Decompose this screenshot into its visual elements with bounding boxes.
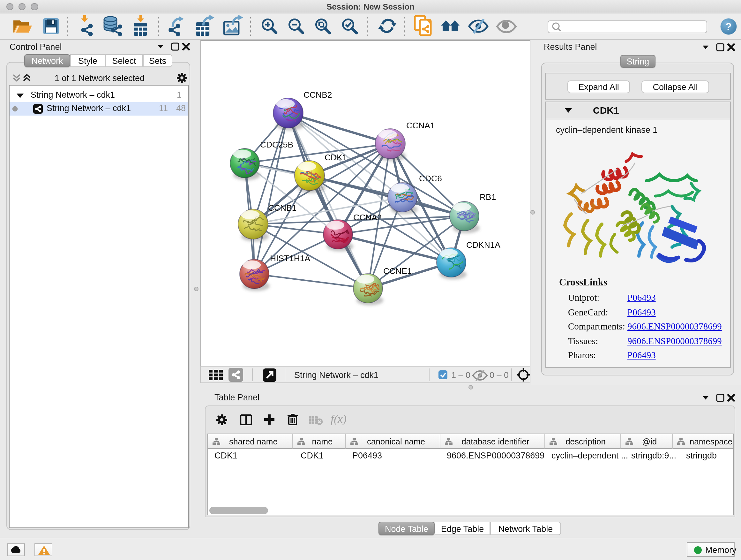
svg-text:CCNA1: CCNA1: [406, 121, 434, 130]
svg-text:CDC6: CDC6: [419, 174, 442, 183]
svg-text:CCNB1: CCNB1: [268, 203, 296, 212]
svg-text:?: ?: [725, 20, 732, 33]
svg-text:RB1: RB1: [480, 192, 496, 202]
svg-text:CDC25B: CDC25B: [260, 140, 293, 149]
svg-text:HIST1H1A: HIST1H1A: [270, 253, 311, 263]
svg-text:CDKN1A: CDKN1A: [466, 240, 500, 250]
svg-text:CCNA2: CCNA2: [353, 212, 382, 222]
svg-text:CDK1: CDK1: [325, 152, 347, 162]
svg-text:CCNB2: CCNB2: [304, 90, 332, 100]
svg-text:CCNE1: CCNE1: [383, 266, 412, 276]
